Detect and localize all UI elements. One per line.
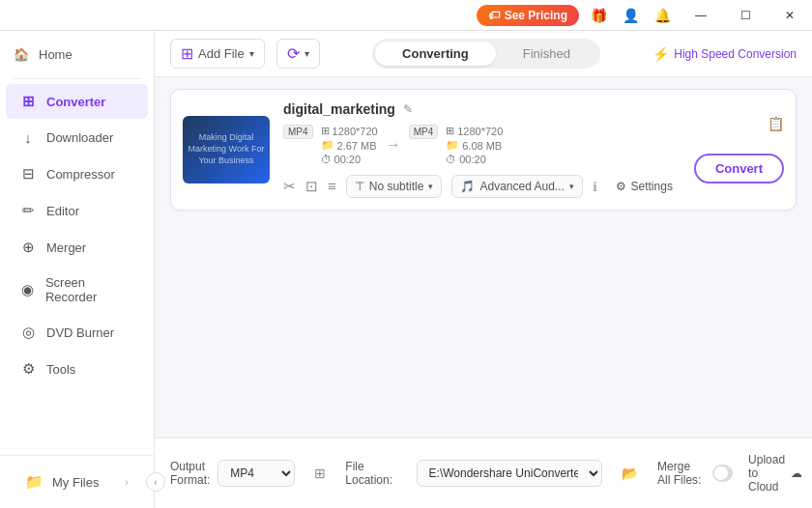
clock-icon: ⏱: [321, 154, 332, 165]
edit-name-icon[interactable]: ✎: [403, 102, 413, 116]
target-clock-icon: ⏱: [446, 154, 456, 165]
home-label: Home: [39, 47, 72, 62]
target-resolution: ⊞ 1280*720: [446, 125, 503, 137]
target-size: 📁 6.08 MB: [446, 139, 503, 152]
source-size: 📁 2.67 MB: [321, 139, 378, 152]
file-preview-icon[interactable]: 📋: [768, 116, 784, 131]
sidebar-item-my-files[interactable]: 📁 My Files ›: [12, 465, 142, 499]
sidebar-label-converter: Converter: [46, 95, 105, 109]
target-resolution-icon: ⊞: [446, 125, 454, 137]
source-resolution: ⊞ 1280*720: [321, 125, 378, 137]
titlebar: 🏷 See Pricing 🎁 👤 🔔 — ☐ ✕: [0, 0, 812, 31]
collapse-sidebar-button[interactable]: ‹: [146, 472, 165, 492]
output-format-select[interactable]: MP4 MKV MOV AVI: [218, 460, 295, 487]
merger-icon: ⊕: [19, 239, 37, 256]
format-settings-icon[interactable]: ⊞: [310, 462, 330, 485]
info-icon[interactable]: ℹ: [593, 180, 597, 194]
sidebar-item-editor[interactable]: ✏ Editor: [6, 193, 148, 228]
home-icon: 🏠: [14, 47, 29, 62]
subtitle-chevron: ▾: [428, 182, 433, 191]
target-format-box: MP4 ⊞ 1280*720 📁 6.08 MB: [409, 125, 504, 165]
audio-chevron: ▾: [569, 182, 574, 191]
my-files-arrow: ›: [125, 476, 129, 488]
file-card-bottom: ✂ ⊡ ≡ ⊤ No subtitle ▾ 🎵 Advanced Aud...: [283, 175, 681, 198]
tab-converting[interactable]: Converting: [375, 42, 496, 66]
screen-recorder-icon: ◉: [19, 281, 36, 298]
sidebar-item-screen-recorder[interactable]: ◉ Screen Recorder: [6, 267, 148, 313]
settings-gear-icon: ⚙: [616, 180, 626, 193]
see-pricing-button[interactable]: 🏷 See Pricing: [477, 5, 579, 26]
converter-icon: ⊞: [19, 93, 37, 110]
file-location-select[interactable]: E:\Wondershare UniConverter 1: [417, 460, 603, 487]
editor-icon: ✏: [19, 202, 37, 219]
compressor-icon: ⊟: [19, 165, 37, 183]
minimize-button[interactable]: —: [679, 0, 723, 31]
sidebar-item-converter[interactable]: ⊞ Converter: [6, 84, 148, 119]
sidebar-item-downloader[interactable]: ↓ Downloader: [6, 121, 148, 155]
subtitle-icon: ⊤: [355, 180, 364, 193]
upload-cloud-button[interactable]: Upload to Cloud ☁: [748, 453, 802, 494]
speed-badge: ⚡ High Speed Conversion: [652, 46, 797, 62]
file-thumbnail: Making Digital Marketing Work For Your B…: [183, 116, 270, 183]
speed-label: High Speed Conversion: [674, 47, 797, 61]
pricing-label: See Pricing: [505, 9, 567, 22]
tab-finished[interactable]: Finished: [496, 42, 597, 66]
file-edit-tools: ✂ ⊡ ≡: [283, 178, 336, 195]
sidebar-item-dvd-burner[interactable]: ◎ DVD Burner: [6, 315, 148, 350]
user-icon[interactable]: 👤: [619, 6, 643, 25]
my-files-label: My Files: [52, 475, 99, 490]
merge-toggle[interactable]: [712, 465, 733, 482]
settings-button[interactable]: ⚙ Settings: [608, 176, 681, 197]
main-content: ⊞ Add File ▾ ⟳ ▾ Converting Finished: [155, 31, 812, 508]
bell-icon[interactable]: 🔔: [651, 6, 675, 25]
output-format-field: Output Format: MP4 MKV MOV AVI: [170, 460, 295, 487]
thumbnail-text: Making Digital Marketing Work For Your B…: [183, 128, 270, 170]
sidebar-item-home[interactable]: 🏠 Home: [0, 39, 154, 71]
source-format-box: MP4 ⊞ 1280*720 📁 2.67 MB: [283, 125, 378, 165]
tab-group: Converting Finished: [372, 39, 600, 69]
sidebar-label-tools: Tools: [46, 362, 75, 377]
settings-label: Settings: [631, 180, 673, 193]
add-file-label: Add File: [198, 46, 245, 61]
sidebar-item-compressor[interactable]: ⊟ Compressor: [6, 156, 148, 191]
convert-label: Convert: [715, 161, 763, 176]
target-meta: ⊞ 1280*720 📁 6.08 MB ⏱ 00:20: [446, 125, 503, 165]
my-files-icon: 📁: [25, 473, 43, 491]
file-list: Making Digital Marketing Work For Your B…: [155, 77, 812, 437]
close-button[interactable]: ✕: [768, 0, 812, 31]
source-format-label: MP4: [283, 125, 313, 139]
sidebar-item-merger[interactable]: ⊕ Merger: [6, 230, 148, 265]
merge-files-row: Merge All Files:: [657, 460, 733, 487]
sidebar-divider: [12, 78, 142, 79]
sidebar-label-downloader: Downloader: [46, 130, 113, 145]
tab-converting-label: Converting: [402, 46, 469, 61]
sidebar-label-compressor: Compressor: [46, 167, 115, 182]
merge-files-label: Merge All Files:: [657, 460, 705, 487]
file-location-label: File Location:: [345, 460, 408, 487]
add-file-button[interactable]: ⊞ Add File ▾: [170, 39, 265, 69]
sidebar-label-editor: Editor: [46, 204, 79, 218]
source-meta: ⊞ 1280*720 📁 2.67 MB ⏱ 00:20: [321, 125, 378, 165]
file-card: Making Digital Marketing Work For Your B…: [170, 89, 797, 211]
gift-icon[interactable]: 🎁: [587, 6, 611, 25]
effects-icon[interactable]: ≡: [328, 178, 336, 195]
maximize-button[interactable]: ☐: [723, 0, 768, 31]
file-location-field: File Location: E:\Wondershare UniConvert…: [345, 460, 602, 487]
audio-select[interactable]: 🎵 Advanced Aud... ▾: [451, 175, 582, 198]
audio-icon: 🎵: [460, 180, 475, 193]
add-options-button[interactable]: ⟳ ▾: [276, 39, 320, 69]
convert-button[interactable]: Convert: [694, 154, 784, 183]
tools-icon: ⚙: [19, 360, 37, 378]
app-layout: 🏠 Home ⊞ Converter ↓ Downloader ⊟ Compre…: [0, 31, 812, 508]
scissors-icon[interactable]: ✂: [283, 178, 296, 195]
source-duration: ⏱ 00:20: [321, 154, 378, 165]
file-info: digital_marketing ✎ MP4 ⊞: [283, 101, 681, 198]
open-folder-icon[interactable]: 📂: [618, 462, 642, 485]
toolbar: ⊞ Add File ▾ ⟳ ▾ Converting Finished: [155, 31, 812, 77]
sidebar-item-tools[interactable]: ⚙ Tools: [6, 352, 148, 386]
dvd-burner-icon: ◎: [19, 324, 37, 341]
subtitle-select[interactable]: ⊤ No subtitle ▾: [346, 175, 443, 198]
sidebar: 🏠 Home ⊞ Converter ↓ Downloader ⊟ Compre…: [0, 31, 155, 508]
crop-icon[interactable]: ⊡: [305, 178, 318, 195]
tag-icon: 🏷: [488, 9, 500, 22]
